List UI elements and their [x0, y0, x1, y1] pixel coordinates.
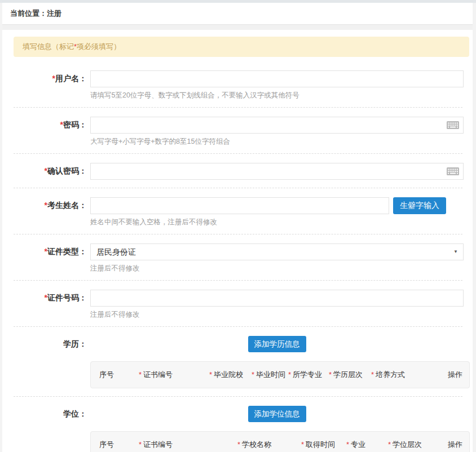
id-number-label: *证件号码：: [14, 290, 87, 320]
add-degree-button[interactable]: 添加学位信息: [248, 406, 306, 422]
education-col-actions: 操作: [446, 370, 462, 380]
notice-suffix: 项必须填写）: [77, 42, 121, 51]
degree-col-cert-number: *证书编号: [139, 440, 237, 450]
degree-col-major: *专业: [346, 440, 388, 450]
id-type-hint: 注册后不得修改: [90, 264, 464, 273]
degree-col-level: *学位层次: [388, 440, 446, 450]
id-number-label-text: 证件号码：: [47, 293, 87, 302]
id-type-label-text: 证件类型：: [47, 247, 87, 256]
breadcrumb-text: 当前位置：注册: [10, 9, 61, 17]
password-hint: 大写字母+小写字母+数字的8至15位字符组合: [90, 137, 464, 147]
spacer: [14, 422, 87, 452]
education-col-grad-date: *毕业时间: [252, 370, 288, 380]
keyboard-icon[interactable]: [447, 121, 459, 129]
section-degree: 学位： 添加学位信息 序号 *证书编号 *学校名称 *取得时间 *专业 *学位层…: [11, 397, 464, 452]
username-label-text: 用户名：: [55, 74, 87, 83]
row-confirm-password: *确认密码：: [11, 154, 464, 188]
education-col-seq: 序号: [98, 370, 139, 380]
id-number-hint: 注册后不得修改: [90, 310, 464, 320]
row-id-type: *证件类型： 居民身份证 ▼ 注册后不得修改: [11, 234, 464, 280]
degree-col-actions: 操作: [446, 440, 462, 450]
password-label-text: 密码：: [63, 120, 87, 129]
education-col-major: *所学专业: [288, 370, 329, 380]
candidate-name-label-text: 考生姓名：: [47, 201, 87, 210]
degree-col-school-name: *学校名称: [237, 440, 301, 450]
confirm-password-label-text: 确认密码：: [47, 166, 87, 175]
degree-col-seq: 序号: [98, 440, 139, 450]
education-col-cert-number: *证书编号: [139, 370, 209, 380]
spacer: [14, 352, 87, 388]
add-education-button[interactable]: 添加学历信息: [248, 336, 306, 352]
row-password: *密码： 大写字母+小写字母+数字的8至15位字符组合: [11, 108, 464, 153]
degree-col-obtain-date: *取得时间: [301, 440, 346, 450]
registration-form-panel: 填写信息（标记*项必须填写） *用户名： 请填写5至20位字母、数字或下划线组合…: [2, 30, 473, 452]
section-education: 学历： 添加学历信息 序号 *证书编号 *毕业院校 *毕业时间 *所学专业 *学…: [11, 327, 464, 396]
confirm-password-label: *确认密码：: [14, 163, 87, 180]
page-right-edge: [473, 3, 476, 452]
row-id-number: *证件号码： 注册后不得修改: [11, 281, 464, 326]
confirm-password-input[interactable]: [90, 163, 464, 180]
education-table-header: 序号 *证书编号 *毕业院校 *毕业时间 *所学专业 *学历层次 *培养方式 操…: [90, 361, 470, 388]
id-type-label: *证件类型：: [14, 243, 87, 273]
username-hint: 请填写5至20位字母、数字或下划线组合，不要输入汉字或其他符号: [90, 91, 464, 100]
password-label: *密码：: [14, 117, 87, 147]
id-type-select[interactable]: 居民身份证 ▼: [90, 243, 464, 260]
notice-prefix: 填写信息（标记: [23, 42, 74, 51]
row-username: *用户名： 请填写5至20位字母、数字或下划线组合，不要输入汉字或其他符号: [11, 61, 464, 107]
candidate-name-hint: 姓名中间不要输入空格，注册后不得修改: [90, 218, 464, 227]
education-col-school: *毕业院校: [209, 370, 252, 380]
username-label: *用户名：: [14, 70, 87, 100]
rare-character-input-button[interactable]: 生僻字输入: [393, 197, 446, 214]
row-candidate-name: *考生姓名： 生僻字输入 姓名中间不要输入空格，注册后不得修改: [11, 188, 464, 234]
education-col-training-mode: *培养方式: [371, 370, 446, 380]
candidate-name-input[interactable]: [90, 197, 389, 214]
id-number-input[interactable]: [90, 290, 464, 307]
id-type-selected-value: 居民身份证: [96, 247, 136, 256]
panel-gap: [2, 25, 473, 30]
form-notice: 填写信息（标记*项必须填写）: [14, 37, 469, 57]
password-input[interactable]: [90, 117, 464, 134]
page-left-edge: [0, 3, 2, 452]
degree-table-header: 序号 *证书编号 *学校名称 *取得时间 *专业 *学位层次 操作: [90, 431, 470, 452]
chevron-down-icon: ▼: [453, 244, 458, 260]
keyboard-icon[interactable]: [447, 167, 459, 175]
breadcrumb: 当前位置：注册: [2, 3, 473, 25]
education-col-level: *学历层次: [329, 370, 371, 380]
education-label: 学历：: [14, 336, 87, 352]
candidate-name-label: *考生姓名：: [14, 197, 87, 227]
degree-label: 学位：: [14, 406, 87, 422]
username-input[interactable]: [90, 70, 464, 87]
